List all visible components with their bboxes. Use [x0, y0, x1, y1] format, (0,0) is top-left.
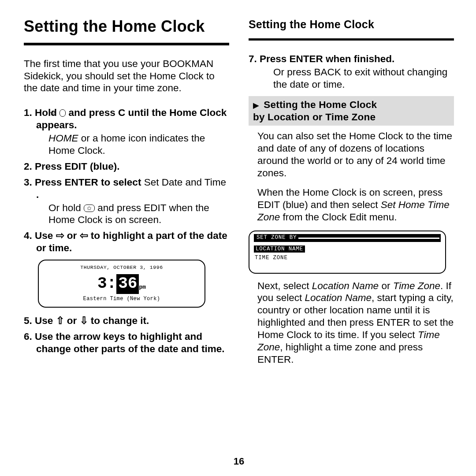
left-column: Setting the Home Clock The first time th…	[24, 17, 229, 455]
step-number: 2.	[24, 161, 32, 172]
step-head: Use ⇨ or ⇦ to highlight a part of the da…	[35, 230, 227, 253]
term-home: HOME	[48, 133, 78, 144]
lcd-clock-screenshot: THURSDAY, OCTOBER 3, 1996 3:36pm Eastern…	[38, 260, 205, 308]
lcd-time: 3:36pm	[44, 274, 199, 294]
title-rule	[24, 43, 229, 45]
steps-list: 5. Use ⇧ or ⇩ to change it. 6. Use the a…	[24, 315, 229, 355]
step-body: Or hold ✩ and press EDIT when the Home C…	[36, 202, 229, 227]
step-number: 5.	[24, 315, 32, 326]
step-body: Or press BACK to exit without changing t…	[261, 66, 454, 91]
page-title: Setting the Home Clock	[24, 17, 229, 37]
steps-list: 7. Press ENTER when finished. Or press B…	[249, 53, 454, 91]
text: , highlight a time zone and press ENTER.	[257, 342, 423, 365]
step-2: 2. Press EDIT (blue).	[24, 160, 229, 173]
lcd-menu-item: TIME ZONE	[254, 254, 441, 261]
star-key-icon: ✩	[84, 205, 95, 212]
lcd-minute-highlighted: 36	[116, 274, 139, 294]
running-head: Setting the Home Clock	[249, 18, 454, 31]
step-body: HOME or a home icon indicates the Home C…	[36, 132, 229, 157]
lcd-ampm: pm	[139, 284, 146, 290]
step-6: 6. Use the arrow keys to highlight and c…	[24, 331, 229, 355]
right-arrow-icon: ⇨	[56, 230, 64, 241]
text: or	[64, 230, 80, 241]
step-head: Use the arrow keys to highlight and chan…	[35, 331, 225, 354]
step-3: 3. Press ENTER to select Set Date and Ti…	[24, 176, 229, 227]
lcd-timezone-line: Eastern Time (New York)	[44, 296, 199, 302]
menu-name: Location Name	[312, 280, 379, 291]
lcd-hour: 3	[97, 275, 107, 293]
up-arrow-icon: ⇧	[56, 315, 64, 326]
step-head: Press EDIT (blue).	[35, 161, 120, 172]
lcd-menu-title: SET ZONE BY	[254, 234, 441, 242]
step-1: 1. Hold ✩ and press C until the Home Clo…	[24, 107, 229, 157]
step-head: Hold ✩ and press C until the Home Clock …	[35, 107, 227, 130]
paragraph: You can also set the Home Clock to the t…	[249, 130, 454, 179]
menu-name: Location Name	[305, 292, 372, 303]
lcd-menu-screenshot: SET ZONE BY LOCATION NAME TIME ZONE	[249, 231, 446, 274]
step-number: 6.	[24, 331, 32, 342]
step-head: Press ENTER to select	[35, 177, 144, 188]
manual-page: Setting the Home Clock The first time th…	[0, 0, 476, 476]
text: Hold	[35, 107, 60, 118]
triangle-icon: ▶	[253, 100, 259, 110]
title-rule	[249, 38, 454, 41]
menu-name: Time Zone	[393, 280, 440, 291]
step-number: 4.	[24, 230, 32, 241]
text: from the Clock Edit menu.	[280, 212, 397, 223]
intro-paragraph: The first time that you use your BOOKMAN…	[24, 58, 229, 95]
step-7: 7. Press ENTER when finished. Or press B…	[249, 53, 454, 91]
left-arrow-icon: ⇦	[80, 230, 88, 241]
text: Use	[35, 315, 56, 326]
paragraph: Next, select Location Name or Time Zone.…	[249, 280, 454, 366]
text: .	[36, 189, 39, 200]
paragraph: When the Home Clock is on screen, press …	[249, 186, 454, 223]
step-head: Use ⇧ or ⇩ to change it.	[35, 315, 149, 326]
step-number: 7.	[249, 53, 257, 64]
text: or	[379, 280, 393, 291]
down-arrow-icon: ⇩	[80, 315, 88, 326]
text: Use	[35, 230, 56, 241]
text: to change it.	[88, 315, 149, 326]
page-number: 16	[24, 455, 454, 467]
lcd-menu-item-selected: LOCATION NAME	[254, 245, 305, 253]
text: Or hold	[48, 202, 84, 213]
step-5: 5. Use ⇧ or ⇩ to change it.	[24, 315, 229, 327]
text: Next, select	[257, 280, 312, 291]
step-number: 3.	[24, 177, 32, 188]
lcd-date-line: THURSDAY, OCTOBER 3, 1996	[44, 264, 199, 271]
step-number: 1.	[24, 107, 32, 118]
steps-list: 1. Hold ✩ and press C until the Home Clo…	[24, 107, 229, 254]
two-column-layout: Setting the Home Clock The first time th…	[24, 17, 454, 455]
text: or	[64, 315, 80, 326]
step-4: 4. Use ⇨ or ⇦ to highlight a part of the…	[24, 230, 229, 254]
menu-item: Set Date and Time	[144, 177, 226, 188]
step-head: Press ENTER when finished.	[260, 53, 394, 64]
subsection-title: Setting the Home Clock by Location or Ti…	[253, 99, 377, 123]
right-column: Setting the Home Clock 7. Press ENTER wh…	[249, 17, 454, 455]
subsection-header: ▶ Setting the Home Clock by Location or …	[249, 96, 454, 126]
star-key-icon: ✩	[60, 109, 66, 117]
